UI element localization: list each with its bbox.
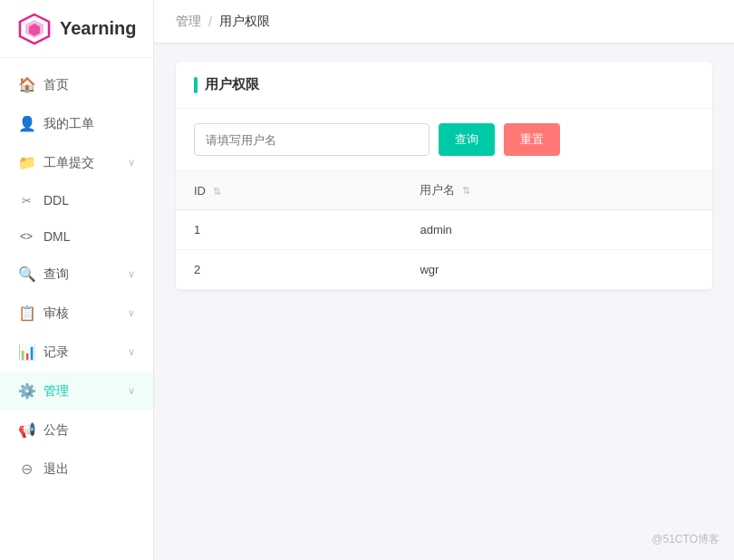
manage-icon: ⚙️ — [18, 382, 34, 400]
content-area: 用户权限 查询 重置 ID ⇅ 用户名 — [154, 43, 734, 560]
page-card: 用户权限 查询 重置 ID ⇅ 用户名 — [176, 62, 712, 290]
sidebar-nav: 🏠 首页 👤 我的工单 📁 工单提交 ∨ ✂ DDL <> — [0, 58, 153, 560]
header: 管理 / 用户权限 — [154, 0, 734, 43]
breadcrumb: 管理 / 用户权限 — [176, 14, 270, 30]
main-area: 管理 / 用户权限 用户权限 查询 重置 — [154, 0, 734, 560]
sort-icon-username[interactable]: ⇅ — [462, 185, 470, 197]
sidebar-item-ddl[interactable]: ✂ DDL — [0, 182, 153, 218]
sort-icon-id[interactable]: ⇅ — [213, 186, 221, 198]
nav-label-records: 记录 — [43, 344, 69, 361]
nav-label-notice: 公告 — [43, 422, 69, 439]
chevron-down-icon-audit: ∨ — [128, 307, 135, 319]
sidebar-item-home[interactable]: 🏠 首页 — [0, 65, 153, 104]
code-icon: <> — [18, 230, 34, 243]
cell-username: admin — [401, 210, 712, 250]
user-icon: 👤 — [18, 115, 34, 132]
notice-icon: 📢 — [18, 421, 34, 439]
reset-button[interactable]: 重置 — [504, 123, 560, 156]
nav-label-dml: DML — [43, 229, 71, 244]
chevron-down-icon: ∨ — [128, 157, 135, 169]
sidebar-item-manage[interactable]: ⚙️ 管理 ∨ — [0, 372, 153, 410]
breadcrumb-separator: / — [208, 14, 212, 29]
search-input[interactable] — [194, 123, 430, 156]
logo-icon — [18, 13, 51, 45]
breadcrumb-parent: 管理 — [176, 14, 201, 30]
sidebar-item-audit[interactable]: 📋 审核 ∨ — [0, 294, 153, 333]
cell-username: wgr — [401, 250, 712, 290]
sidebar-item-logout[interactable]: ⊖ 退出 — [0, 449, 153, 488]
table-row: 2 wgr — [176, 250, 712, 290]
home-icon: 🏠 — [18, 76, 34, 93]
scissors-icon: ✂ — [18, 194, 34, 208]
table-body: 1 admin 2 wgr — [176, 210, 712, 290]
sidebar-item-my-tickets[interactable]: 👤 我的工单 — [0, 104, 153, 143]
nav-label-home: 首页 — [43, 77, 69, 93]
nav-label-audit: 审核 — [43, 305, 69, 322]
col-header-username: 用户名 ⇅ — [401, 171, 712, 210]
app-name: Yearning — [60, 18, 136, 39]
cell-id: 1 — [176, 210, 401, 250]
sidebar: Yearning 🏠 首页 👤 我的工单 📁 工单提交 ∨ ✂ DDL — [0, 0, 154, 560]
sidebar-item-ticket-submit[interactable]: 📁 工单提交 ∨ — [0, 143, 153, 182]
page-header-accent — [194, 77, 198, 93]
records-icon: 📊 — [18, 343, 34, 361]
nav-label-my-tickets: 我的工单 — [43, 116, 94, 132]
logout-icon: ⊖ — [18, 460, 34, 478]
nav-label-ddl: DDL — [43, 193, 69, 208]
watermark: @51CTO博客 — [652, 532, 720, 547]
chevron-down-icon-records: ∨ — [128, 346, 135, 358]
sidebar-item-notice[interactable]: 📢 公告 — [0, 410, 153, 449]
table-row: 1 admin — [176, 210, 712, 250]
nav-label-logout: 退出 — [43, 461, 69, 478]
breadcrumb-current: 用户权限 — [219, 14, 270, 30]
search-icon: 🔍 — [18, 266, 34, 283]
query-button[interactable]: 查询 — [439, 123, 495, 156]
sidebar-item-query[interactable]: 🔍 查询 ∨ — [0, 255, 153, 294]
col-header-id: ID ⇅ — [176, 171, 401, 210]
folder-icon: 📁 — [18, 154, 34, 171]
nav-label-ticket-submit: 工单提交 — [43, 155, 94, 171]
sidebar-item-dml[interactable]: <> DML — [0, 218, 153, 255]
audit-icon: 📋 — [18, 304, 34, 322]
page-title: 用户权限 — [205, 76, 259, 93]
chevron-down-icon-query: ∨ — [128, 268, 135, 280]
nav-label-query: 查询 — [43, 266, 69, 283]
users-table: ID ⇅ 用户名 ⇅ 1 admin 2 wgr — [176, 170, 712, 290]
table-header-row: ID ⇅ 用户名 ⇅ — [176, 171, 712, 210]
cell-id: 2 — [176, 250, 401, 290]
logo-area: Yearning — [0, 0, 153, 58]
chevron-down-icon-manage: ∨ — [128, 385, 135, 397]
sidebar-item-records[interactable]: 📊 记录 ∨ — [0, 333, 153, 372]
nav-label-manage: 管理 — [43, 383, 69, 400]
search-bar: 查询 重置 — [176, 109, 712, 170]
page-header: 用户权限 — [176, 62, 712, 109]
